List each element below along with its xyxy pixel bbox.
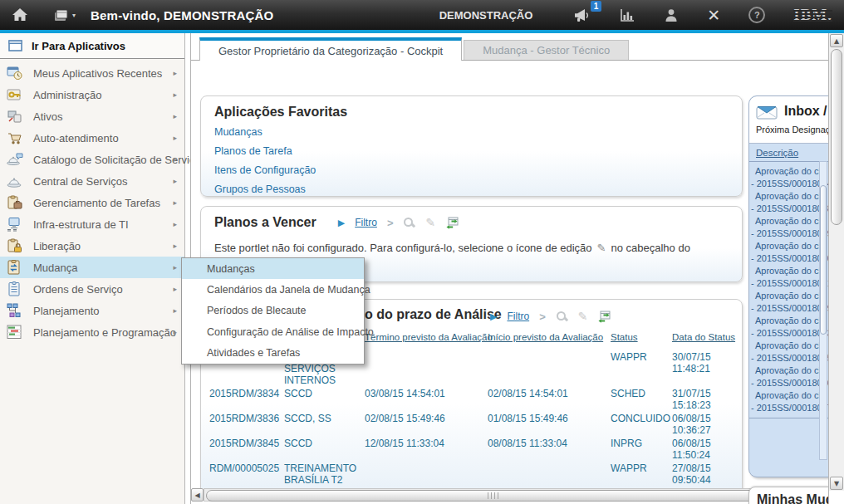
inbox-item-id: - 2015SS/00018076 xyxy=(749,377,829,389)
service-desk-icon xyxy=(7,174,23,188)
inline-edit-icon: ✎ xyxy=(597,242,606,254)
scroll-left-button[interactable]: ◀ xyxy=(191,488,204,502)
scheduling-gantt-icon xyxy=(7,325,23,340)
inbox-item-id: - 2015SS/00018053 xyxy=(749,327,829,340)
inbox-item-link[interactable]: Aprovação do ch - 2015SS/00018051 xyxy=(749,265,829,290)
top-bar: ▾ Bem-vindo, DEMONSTRAÇÃO DEMONSTRAÇÃO 1 xyxy=(0,0,844,33)
inbox-scrollbar-thumb[interactable] xyxy=(820,185,827,335)
portlet-not-configured-message: Este portlet não foi configurado. Para c… xyxy=(214,242,729,254)
search-icon[interactable] xyxy=(403,217,415,229)
inbox-item-link[interactable]: Aprovação do ch - 2015SS/00018079 xyxy=(749,290,829,315)
horizontal-scroll-track[interactable] xyxy=(204,488,809,502)
favorites-links: MudançasPlanos de TarefaItens de Configu… xyxy=(214,123,729,197)
inbox-scrollbar[interactable] xyxy=(819,161,827,460)
col-header-inicio[interactable]: Início previsto da Avaliação xyxy=(488,332,611,345)
submenu-arrow-icon: ▸ xyxy=(173,263,177,272)
inbox-item-id: - 2015SS/00018049 xyxy=(749,228,829,240)
sidebar-item-infra-estrutura-de-ti[interactable]: Infra-estrutura de TI▸ xyxy=(0,213,184,235)
favorite-app-link[interactable]: Planos de Tarefa xyxy=(214,142,729,161)
favorite-app-link[interactable]: Grupos de Pessoas xyxy=(214,180,729,197)
cell-status-date: 27/08/15 xyxy=(672,462,740,474)
filter-link[interactable]: Filtro xyxy=(355,217,377,228)
expand-icon[interactable]: ▶ xyxy=(338,218,345,228)
col-header-data-status[interactable]: Data do Status xyxy=(672,332,743,345)
submenu-arrow-icon: ▸ xyxy=(173,328,177,336)
inbox-item-link[interactable]: Aprovação do ch - 2015SS/00018049 xyxy=(749,215,829,240)
cell-status-time: 09:50:44 xyxy=(672,474,740,486)
inbox-separator xyxy=(749,418,829,418)
inbox-item-link[interactable]: Aprovação do ch - 2015SS/00018048 xyxy=(749,190,829,215)
filter-link[interactable]: Filtro xyxy=(507,311,529,322)
submenu-arrow-icon: ▸ xyxy=(173,112,177,120)
inbox-item-link[interactable]: Aprovação do ch - 2015SS/00018076 xyxy=(749,365,829,389)
profile-button[interactable] xyxy=(664,8,679,22)
sidebar-item-planejamento[interactable]: Planejamento▸ xyxy=(0,300,184,321)
horizontal-scroll-thumb[interactable] xyxy=(206,490,783,502)
scroll-up-button[interactable]: ▲ xyxy=(830,34,843,47)
submenu-item[interactable]: Calendários da Janela de Mudança xyxy=(182,279,364,300)
table-row[interactable]: 2015RDM/3836 SCCD, SS 02/08/15 15:49:46 … xyxy=(209,412,743,437)
inbox-item-link[interactable]: Aprovação do ch - 2015SS/00018055 xyxy=(749,340,829,365)
submenu-item[interactable]: Períodos de Blecaute xyxy=(182,301,364,321)
key-icon xyxy=(7,87,23,102)
sidebar-item-ativos[interactable]: Ativos▸ xyxy=(0,105,184,127)
cell-inicio: 02/08/15 14:54:01 xyxy=(488,388,607,399)
caret-down-icon: ▾ xyxy=(72,12,76,19)
cell-id: 2015RDM/3834 xyxy=(209,388,281,399)
table-row[interactable]: RDM/00005025 TREINAMENTO BRASÍLIA T2 WAP… xyxy=(209,462,743,487)
inbox-item-link[interactable]: Aprovação do ch - 2015SS/00018054 xyxy=(749,165,829,190)
col-header-termino[interactable]: Término previsto da Avaliação xyxy=(365,332,488,345)
sidebar-item-meus-aplicativos-recentes[interactable]: Meus Aplicativos Recentes▸ xyxy=(0,62,184,84)
inbox-item-link[interactable]: Aprovação do ch - 2015SS/00018077 xyxy=(749,389,829,414)
inbox-item-text: Aprovação do ch xyxy=(749,389,829,402)
cell-status-date: 30/07/15 xyxy=(672,351,740,363)
submenu-item[interactable]: Atividades e Tarefas xyxy=(182,343,364,364)
sidebar-item-ordens-de-servico[interactable]: Ordens de Serviço▸ xyxy=(0,278,184,300)
favorite-app-link[interactable]: Itens de Configuração xyxy=(214,161,729,180)
refresh-portlet-icon[interactable] xyxy=(445,217,459,229)
sidebar-item-catalogo-solicitacao-servico[interactable]: Catálogo de Solicitação de Serviço▸ xyxy=(0,149,184,170)
home-icon[interactable] xyxy=(12,7,28,22)
expand-icon[interactable]: ▶ xyxy=(490,311,497,322)
reports-button[interactable] xyxy=(619,8,635,22)
col-header-status[interactable]: Status xyxy=(611,332,672,345)
submenu-item[interactable]: Mudanças xyxy=(182,258,364,279)
go-to-menu-icon[interactable]: ▾ xyxy=(53,8,76,22)
inbox-item-text: Aprovação do ch xyxy=(749,290,829,302)
person-icon xyxy=(664,8,679,22)
horizontal-scrollbar[interactable]: ◀ ▶ xyxy=(191,488,829,502)
change-icon xyxy=(7,260,23,275)
favorite-app-link[interactable]: Mudanças xyxy=(214,123,729,142)
search-icon[interactable] xyxy=(556,311,568,323)
sidebar-item-auto-atendimento[interactable]: Auto-atendimento▸ xyxy=(0,127,184,149)
table-row[interactable]: 2015RDM/3845 SCCD 12/08/15 11:33:04 08/0… xyxy=(209,437,743,462)
sidebar-item-administracao[interactable]: Administração▸ xyxy=(0,84,184,105)
edit-pencil-icon[interactable]: ✎ xyxy=(578,310,588,323)
cell-status-time: 11:48:21 xyxy=(672,363,740,374)
vertical-scroll-thumb[interactable] xyxy=(831,49,842,225)
sidebar-item-planejamento-e-programacao[interactable]: Planejamento e Programação▸ xyxy=(0,321,184,343)
cell-status-date: 31/07/15 xyxy=(672,388,740,399)
tab-mudanca-gestor-tecnico[interactable]: Mudança - Gestor Técnico xyxy=(464,40,629,60)
inbox-item-text: Aprovação do ch xyxy=(749,240,829,252)
edit-pencil-icon[interactable]: ✎ xyxy=(425,216,435,229)
scroll-down-button[interactable]: ▼ xyxy=(830,477,843,490)
table-row[interactable]: 2015RDM/3834 SCCD 03/08/15 14:54:01 02/0… xyxy=(209,387,743,412)
inbox-item-id: - 2015SS/00018048 xyxy=(749,203,829,215)
inbox-header: Inbox / Próxima Designaç xyxy=(749,96,829,144)
refresh-portlet-icon[interactable] xyxy=(597,311,611,323)
sidebar-item-liberacao[interactable]: Liberação▸ xyxy=(0,235,184,257)
help-button[interactable]: ? xyxy=(748,7,765,23)
inbox-item-link[interactable]: Aprovação do ch - 2015SS/00018050 xyxy=(749,240,829,265)
sidebar-item-central-de-servicos[interactable]: Central de Serviços▸ xyxy=(0,170,184,192)
sidebar-item-gerenciamento-de-tarefas[interactable]: Gerenciamento de Tarefas▸ xyxy=(0,192,184,213)
announcements-button[interactable]: 1 xyxy=(572,8,591,22)
submenu-item[interactable]: Configuração de Análise de Impacto xyxy=(182,321,364,342)
tab-gestor-proprietario-cockpit[interactable]: Gestor Proprietário da Categorização - C… xyxy=(199,37,462,61)
descricao-sort-link[interactable]: Descrição xyxy=(756,148,798,158)
logout-close-icon[interactable]: ✕ xyxy=(707,8,720,22)
sidebar-item-mudanca[interactable]: Mudança▸ xyxy=(0,257,184,278)
inbox-item-text: Aprovação do ch xyxy=(749,165,829,178)
inbox-item-link[interactable]: Aprovação do ch - 2015SS/00018053 xyxy=(749,315,829,340)
vertical-scrollbar[interactable]: ▲ ▼ xyxy=(828,33,844,504)
